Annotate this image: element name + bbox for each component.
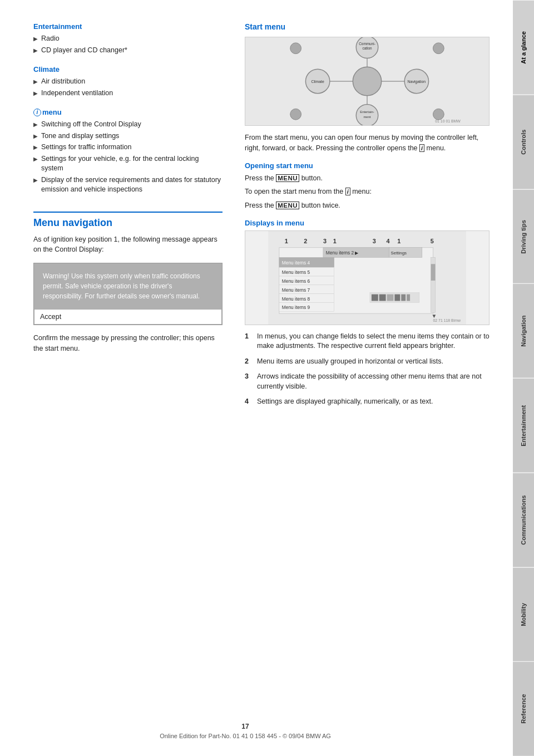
svg-text:3: 3: [373, 237, 376, 244]
imenu-heading: i menu: [33, 108, 222, 116]
start-menu-image: Communi- cation Climate Navigation Enter…: [245, 37, 490, 126]
svg-text:2: 2: [304, 237, 307, 244]
list-item: ▶ Settings for traffic information: [33, 143, 222, 153]
svg-point-19: [433, 109, 444, 120]
list-item-text: Settings for traffic information: [41, 143, 131, 153]
displays-image: 1 2 3 1 3 4 1 5 Menu items 2 ▶: [245, 230, 490, 325]
svg-text:4: 4: [387, 237, 390, 244]
svg-text:ment: ment: [363, 115, 370, 119]
page-footer: 17 Online Edition for Part-No. 01 41 0 1…: [0, 723, 491, 739]
climate-heading: Climate: [33, 65, 222, 73]
accept-container: Accept: [34, 309, 222, 325]
menu-button-label: MENU: [276, 174, 299, 182]
svg-text:1: 1: [397, 237, 400, 244]
svg-text:02 71 118 Bimw: 02 71 118 Bimw: [433, 318, 461, 322]
start-menu-description: From the start menu, you can open four m…: [245, 132, 490, 154]
svg-text:01 10 01 BMW: 01 10 01 BMW: [435, 119, 461, 123]
start-menu-image-wrapper: Communi- cation Climate Navigation Enter…: [245, 37, 490, 126]
svg-point-18: [290, 109, 301, 120]
bullet-arrow: ▶: [33, 155, 38, 163]
accept-label[interactable]: Accept: [40, 313, 61, 321]
svg-text:Menu items 9: Menu items 9: [282, 305, 310, 310]
list-item: ▶ Tone and display settings: [33, 131, 222, 141]
item-number: 3: [245, 372, 253, 391]
entertainment-list: ▶ Radio ▶ CD player and CD changer*: [33, 34, 222, 55]
opening-start-menu-heading: Opening start menu: [245, 161, 490, 170]
list-item: ▶ Radio: [33, 34, 222, 44]
svg-point-16: [290, 43, 301, 54]
list-item: ▶ Air distribution: [33, 77, 222, 87]
warning-box-container: Warning! Use this system only when traff…: [33, 263, 222, 325]
bullet-arrow: ▶: [33, 90, 38, 97]
sidebar-tab-controls[interactable]: Controls: [513, 95, 534, 189]
displays-diagram-svg: 1 2 3 1 3 4 1 5 Menu items 2 ▶: [245, 231, 489, 325]
svg-text:Climate: Climate: [311, 80, 324, 84]
svg-text:Navigation: Navigation: [408, 80, 426, 84]
menu-navigation-heading: Menu navigation: [33, 212, 222, 229]
bullet-arrow: ▶: [33, 121, 38, 129]
svg-rect-51: [394, 294, 400, 301]
tab-label: Communications: [520, 495, 527, 545]
svg-rect-55: [431, 264, 436, 281]
tab-label: Controls: [520, 130, 527, 155]
svg-text:Settings: Settings: [390, 251, 407, 256]
svg-text:Menu items 2 ▶: Menu items 2 ▶: [326, 250, 359, 256]
sidebar-tab-driving-tips[interactable]: Driving tips: [513, 189, 534, 284]
open-menu-text-3: Press the MENU button twice.: [245, 200, 490, 211]
list-item: ▶ CD player and CD changer*: [33, 46, 222, 56]
sidebar-tab-mobility[interactable]: Mobility: [513, 567, 534, 662]
nav-description: As of ignition key position 1, the follo…: [33, 234, 222, 256]
svg-rect-49: [379, 294, 386, 301]
info-icon: i: [33, 109, 41, 116]
svg-text:Communi-: Communi-: [359, 42, 375, 46]
start-menu-diagram-svg: Communi- cation Climate Navigation Enter…: [245, 37, 489, 125]
list-item-2: 2 Menu items are usually grouped in hori…: [245, 357, 490, 367]
tab-label: Mobility: [520, 603, 527, 626]
list-item-text: Display of the service requirements and …: [41, 175, 222, 195]
start-menu-heading: Start menu: [245, 22, 490, 31]
confirm-text: Confirm the message by pressing the cont…: [33, 333, 222, 354]
list-item-4: 4 Settings are displayed graphically, nu…: [245, 397, 490, 407]
bullet-arrow: ▶: [33, 35, 38, 43]
list-item: ▶ Independent ventilation: [33, 89, 222, 99]
list-item-text: CD player and CD changer*: [41, 46, 127, 56]
entertainment-heading: Entertainment: [33, 22, 222, 31]
list-item-text: Switching off the Control Display: [41, 120, 141, 130]
svg-rect-50: [387, 294, 394, 301]
tab-label: Driving tips: [520, 220, 527, 254]
svg-text:1: 1: [285, 237, 288, 244]
list-item-text: Tone and display settings: [41, 131, 119, 141]
svg-rect-52: [401, 294, 406, 301]
svg-text:Menu items 8: Menu items 8: [282, 296, 310, 301]
sidebar-tab-navigation[interactable]: Navigation: [513, 283, 534, 378]
displays-numbered-list: 1 In menus, you can change fields to sel…: [245, 332, 490, 407]
sidebar-tab-entertainment[interactable]: Entertainment: [513, 378, 534, 473]
list-item-text: Independent ventilation: [41, 89, 113, 99]
svg-rect-53: [407, 294, 410, 301]
svg-text:Menu items 5: Menu items 5: [282, 269, 310, 275]
item-number: 1: [245, 332, 253, 351]
left-column: Entertainment ▶ Radio ▶ CD player and CD…: [33, 22, 222, 413]
imenu-heading-text: menu: [42, 108, 62, 116]
page-number: 17: [0, 723, 491, 730]
list-item: ▶ Settings for your vehicle, e.g. for th…: [33, 154, 222, 174]
open-menu-text-2: To open the start menu from the i menu:: [245, 186, 490, 197]
tab-label: At a glance: [520, 31, 527, 64]
svg-point-5: [353, 67, 381, 95]
bullet-arrow: ▶: [33, 78, 38, 86]
list-item-text: Air distribution: [41, 77, 85, 87]
tab-label: Navigation: [520, 316, 527, 347]
sidebar-tab-communications[interactable]: Communications: [513, 473, 534, 567]
item-text: In menus, you can change fields to selec…: [257, 332, 490, 351]
item-number: 4: [245, 397, 253, 407]
list-item-3: 3 Arrows indicate the possibility of acc…: [245, 372, 490, 391]
svg-text:cation: cation: [362, 46, 372, 50]
menu-button-label-2: MENU: [276, 202, 299, 209]
sidebar-tab-reference[interactable]: Reference: [513, 661, 534, 756]
item-text: Settings are displayed graphically, nume…: [257, 397, 433, 407]
svg-text:1: 1: [333, 237, 337, 244]
open-menu-text-1: Press the MENU button.: [245, 173, 490, 184]
sidebar-tab-at-a-glance[interactable]: At a glance: [513, 0, 534, 95]
svg-text:Menu items 6: Menu items 6: [282, 278, 310, 284]
bullet-arrow: ▶: [33, 144, 38, 151]
